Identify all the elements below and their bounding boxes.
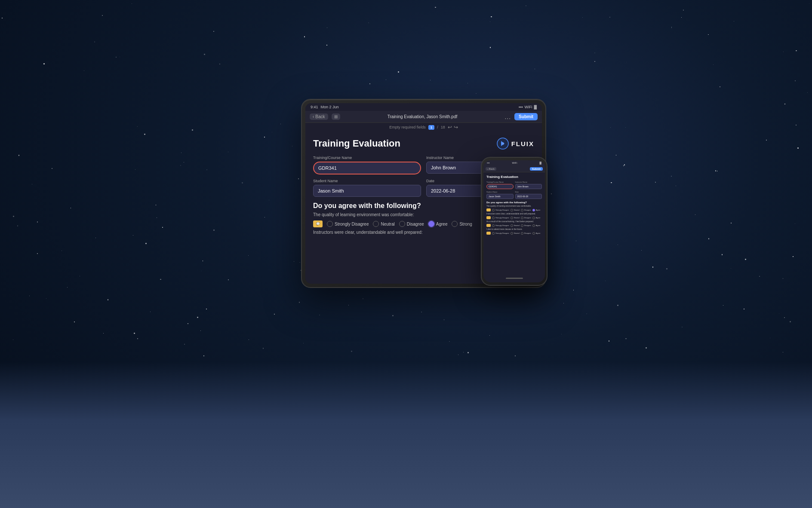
phone-instructor-input[interactable]: John Brown [515, 184, 542, 189]
phone-course-group: Training/Course Name GDR341 [486, 181, 514, 189]
tablet-toolbar: ‹ Back ⊞ Training Evaluation, Jason Smit… [305, 111, 542, 123]
radio-strongly-agree[interactable]: Strong [452, 221, 472, 227]
phone-radio-a-4[interactable]: Agree [532, 232, 541, 235]
required-separator: / [437, 125, 438, 129]
phone-radio-a-2[interactable]: Agree [532, 217, 541, 219]
phone-screen: ▪▪▪ WiFi ▓ ‹ Back Submit Training Evalua… [483, 160, 545, 282]
radio-disagree[interactable]: Disagree [399, 221, 424, 227]
phone-radio-d-3[interactable]: Disagree [521, 224, 531, 227]
course-input[interactable]: GDR341 [313, 162, 421, 174]
required-fields-bar: Empty required fields 1 / 18 ↩ ↪ [305, 123, 542, 132]
phone-radio-a-1[interactable]: Agree [532, 209, 541, 211]
tablet-status-bar: 9:41 Mon 2 Jun ▪▪▪ WiFi ▓ [305, 103, 542, 111]
form-title: Training Evaluation [313, 138, 400, 149]
phone-signal-icon: ▪▪▪ [487, 162, 489, 164]
required-next-button[interactable]: ↪ [454, 124, 458, 130]
phone-course-label: Training/Course Name [486, 181, 514, 183]
phone-instructor-group: Instructor Name John Brown [515, 181, 542, 189]
phone-chat-icon-2 [486, 216, 491, 219]
radio-circle-disagree [399, 221, 405, 227]
phone-chevron-left-icon: ‹ [487, 168, 488, 170]
svg-point-1 [501, 142, 504, 145]
tablet-time: 9:41 [311, 105, 318, 109]
phone-course-input[interactable]: GDR341 [486, 184, 514, 189]
phone-radio-d-4[interactable]: Disagree [521, 232, 531, 235]
required-count-badge: 1 [428, 125, 434, 130]
radio-circle-agree [428, 221, 434, 227]
phone-content: Training Evaluation Training/Course Name… [483, 172, 545, 282]
required-total: 18 [441, 125, 445, 129]
toolbar-title: Training Evaluation, Jason Smith.pdf [344, 114, 501, 119]
course-group: Training/Course Name GDR341 [313, 156, 421, 174]
required-fields-label: Empty required fields [389, 125, 426, 129]
phone-sub-q-3: As a result of the course/training, I fe… [486, 220, 542, 223]
phone-instructor-label: Instructor Name [515, 181, 542, 183]
phone-date-input[interactable]: 2022-06-28 [515, 194, 542, 199]
wifi-icon: WiFi [524, 105, 532, 109]
radio-circle-strongly-disagree [327, 221, 333, 227]
phone-radio-sd-3[interactable]: Strongly Disagree [492, 224, 509, 227]
phone-student-label: Student Name [486, 191, 514, 193]
radio-circle-strongly-agree [452, 221, 458, 227]
phone-form-row-1: Training/Course Name GDR341 Instructor N… [486, 181, 542, 189]
phone-radio-sd-4[interactable]: Strongly Disagree [492, 232, 509, 235]
phone-date-label: Date [515, 191, 542, 193]
signal-icon: ▪▪▪ [519, 105, 523, 109]
fluix-logo-text: FLUIX [511, 140, 534, 147]
radio-agree[interactable]: Agree [428, 221, 448, 227]
phone-radio-d-1[interactable]: Disagree [521, 209, 531, 211]
phone-device: ▪▪▪ WiFi ▓ ‹ Back Submit Training Evalua… [481, 157, 547, 286]
phone-toolbar: ‹ Back Submit [483, 165, 545, 172]
more-button[interactable]: ... [504, 113, 511, 120]
student-input[interactable]: Jason Smith [313, 185, 421, 197]
phone-student-input[interactable]: Jason Smith [486, 194, 514, 199]
student-group: Student Name Jason Smith [313, 179, 421, 197]
phone-date-group: Date 2022-06-28 [515, 191, 542, 199]
phone-question-1: Do you agree with the following? [486, 201, 542, 204]
phone-radio-n-4[interactable]: Neutral [511, 232, 520, 235]
phone-chat-icon-1 [486, 208, 491, 211]
phone-radio-row-3: Strongly Disagree Neutral Disagree Agree [486, 224, 542, 227]
phone-form-title: Training Evaluation [486, 175, 542, 179]
phone-back-button[interactable]: ‹ Back [486, 167, 496, 171]
phone-battery-icon: ▓ [540, 162, 541, 164]
phone-sub-q-2: Instructors were clear, understandable a… [486, 213, 542, 215]
course-label: Training/Course Name [313, 156, 421, 160]
chat-icon: 💬 [313, 220, 323, 227]
back-button[interactable]: ‹ Back [310, 113, 328, 120]
phone-radio-n-2[interactable]: Neutral [511, 217, 520, 219]
radio-strongly-disagree[interactable]: Strongly Disagree [327, 221, 369, 227]
phone-radio-d-2[interactable]: Disagree [521, 217, 531, 219]
tablet-status-right: ▪▪▪ WiFi ▓ [519, 105, 537, 109]
phone-sub-q-4: I plan to attend more classes in the fut… [486, 228, 542, 230]
phone-submit-button[interactable]: Submit [530, 167, 543, 171]
fluix-logo: FLUIX [497, 138, 534, 150]
phone-chat-icon-4 [486, 232, 491, 235]
tablet-header-row: Training Evaluation FLUIX [313, 138, 534, 150]
phone-radio-n-3[interactable]: Neutral [511, 224, 520, 227]
required-prev-button[interactable]: ↩ [448, 124, 452, 130]
student-label: Student Name [313, 179, 421, 183]
phone-radio-sd-2[interactable]: Strongly Disagree [492, 217, 509, 219]
radio-neutral[interactable]: Neutral [373, 221, 394, 227]
phone-radio-n-1[interactable]: Neutral [511, 209, 520, 211]
required-nav: ↩ ↪ [448, 124, 458, 130]
phone-radio-sd-1[interactable]: Strongly Disagree [492, 209, 509, 211]
battery-icon: ▓ [534, 105, 537, 109]
phone-status-bar: ▪▪▪ WiFi ▓ [483, 160, 545, 165]
phone-wifi-icon: WiFi [512, 162, 517, 164]
tablet-status-left: 9:41 Mon 2 Jun [311, 105, 339, 109]
phone-form-row-2: Student Name Jason Smith Date 2022-06-28 [486, 191, 542, 199]
phone-radio-a-3[interactable]: Agree [532, 224, 541, 227]
radio-circle-neutral [373, 221, 379, 227]
phone-scroll-indicator [506, 278, 523, 279]
tablet-date: Mon 2 Jun [321, 105, 339, 109]
submit-button[interactable]: Submit [514, 113, 538, 120]
phone-sub-q-1: The quality of training environment was … [486, 205, 542, 207]
grid-button[interactable]: ⊞ [332, 113, 340, 120]
phone-student-group: Student Name Jason Smith [486, 191, 514, 199]
phone-radio-row-1: Strongly Disagree Neutral Disagree Agree [486, 208, 542, 211]
phone-radio-row-4: Strongly Disagree Neutral Disagree Agree [486, 232, 542, 235]
phone-radio-row-2: Strongly Disagree Neutral Disagree Agree [486, 216, 542, 219]
phone-chat-icon-3 [486, 224, 491, 227]
